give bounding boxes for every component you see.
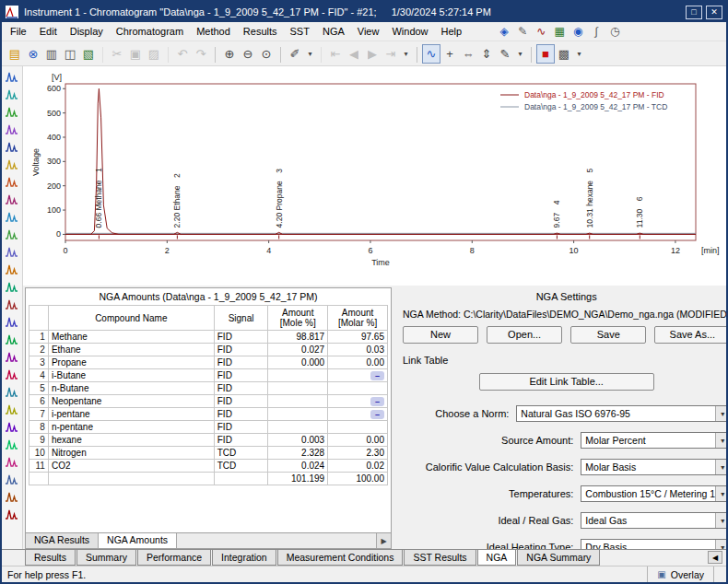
signal-overlay-icon[interactable]: ∿ bbox=[533, 24, 549, 40]
tab-scroll-left-icon[interactable]: ◀ bbox=[708, 551, 722, 564]
table-row[interactable]: 10 Nitrogen TCD 2.328 2.30 bbox=[29, 447, 388, 460]
amount-mole-cell[interactable]: 98.817 bbox=[268, 331, 328, 344]
amount-molar-cell[interactable]: 0.00 bbox=[328, 356, 388, 369]
norm-select[interactable]: Natural Gas ISO 6976-95 ▾ bbox=[516, 405, 728, 422]
open-button[interactable]: Open... bbox=[487, 326, 562, 344]
time-icon[interactable]: ◷ bbox=[606, 24, 623, 40]
temperatures-select[interactable]: Combustion 15°C / Metering 15°C ▾ bbox=[581, 485, 728, 502]
table-row[interactable]: 8 n-pentane FID bbox=[29, 421, 388, 434]
amount-molar-cell[interactable]: – bbox=[328, 369, 388, 382]
menu-item[interactable]: Method bbox=[190, 23, 237, 40]
copy-icon[interactable]: ▣ bbox=[126, 44, 145, 64]
active-signal-icon[interactable]: ∿ bbox=[422, 44, 440, 64]
chromatogram-icon[interactable] bbox=[4, 86, 20, 102]
crosshair-icon[interactable]: + bbox=[440, 44, 459, 64]
grid-dropdown-icon[interactable]: ▾ bbox=[514, 44, 526, 64]
result-tab[interactable]: NGA Summary bbox=[517, 550, 600, 566]
amount-molar-cell[interactable]: 2.30 bbox=[328, 447, 388, 460]
signal-cell[interactable]: FID bbox=[214, 434, 268, 447]
signal-cell[interactable]: FID bbox=[214, 421, 268, 434]
result-tab[interactable]: Summary bbox=[76, 550, 136, 566]
integral-icon[interactable]: ∫ bbox=[588, 24, 605, 40]
signal-cell[interactable]: FID bbox=[214, 331, 268, 344]
compound-name-cell[interactable]: n-pentane bbox=[48, 421, 214, 434]
open-chromatogram-icon[interactable]: ▤ bbox=[6, 44, 24, 64]
table-row[interactable]: 6 Neopentane FID – bbox=[29, 395, 388, 408]
amount-mole-cell[interactable]: 0.024 bbox=[268, 460, 328, 473]
chromatogram-icon[interactable] bbox=[4, 313, 20, 330]
close-chromatogram-icon[interactable]: ⊗ bbox=[24, 44, 42, 64]
cut-icon[interactable]: ✂ bbox=[108, 44, 126, 64]
chromatogram-icon[interactable] bbox=[4, 331, 20, 347]
tools-dropdown-icon[interactable]: ▾ bbox=[304, 44, 316, 64]
amount-mole-cell[interactable] bbox=[268, 382, 328, 395]
amount-molar-cell[interactable]: 97.65 bbox=[328, 331, 388, 344]
signal-cell[interactable]: FID bbox=[214, 344, 268, 356]
new-button[interactable]: New bbox=[403, 326, 478, 344]
table-row[interactable]: 3 Propane FID 0.000 0.00 bbox=[29, 356, 388, 369]
menu-item[interactable]: Display bbox=[64, 23, 110, 40]
print-icon[interactable]: ▥ bbox=[42, 44, 61, 64]
column-header[interactable]: Amount [Molar %] bbox=[328, 306, 388, 331]
chromatogram-icon[interactable] bbox=[4, 156, 20, 172]
chromatogram-icon[interactable] bbox=[4, 208, 20, 225]
column-header[interactable]: Amount [Mole %] bbox=[268, 306, 328, 331]
column-header[interactable]: Compound Name bbox=[48, 306, 214, 331]
close-button[interactable]: ✕ bbox=[706, 6, 722, 19]
amount-mole-cell[interactable]: 0.027 bbox=[268, 344, 328, 356]
save-button[interactable]: Save bbox=[570, 326, 646, 344]
chevron-down-icon[interactable]: ▾ bbox=[715, 433, 728, 448]
signal-cell[interactable]: TCD bbox=[214, 460, 268, 473]
row-number-cell[interactable]: 8 bbox=[29, 421, 49, 434]
result-tab[interactable]: Performance bbox=[137, 550, 211, 566]
chromatogram-icon[interactable] bbox=[4, 278, 20, 295]
row-number-cell[interactable]: 2 bbox=[29, 344, 49, 356]
compound-name-cell[interactable]: i-Butane bbox=[48, 369, 214, 382]
export-icon[interactable]: ▧ bbox=[79, 44, 98, 64]
signal-cell[interactable]: FID bbox=[214, 408, 268, 421]
result-tab[interactable]: NGA bbox=[477, 550, 517, 566]
row-number-cell[interactable]: 4 bbox=[29, 369, 49, 382]
menu-item[interactable]: SST bbox=[284, 23, 316, 40]
info-icon[interactable]: ◉ bbox=[569, 24, 586, 40]
menu-item[interactable]: File bbox=[4, 23, 33, 40]
compound-name-cell[interactable]: Neopentane bbox=[48, 395, 214, 408]
amount-molar-cell[interactable]: – bbox=[328, 395, 388, 408]
compound-name-cell[interactable]: hexane bbox=[48, 434, 214, 447]
amount-mole-cell[interactable]: 0.000 bbox=[268, 356, 328, 369]
amount-mole-cell[interactable] bbox=[268, 421, 328, 434]
nga-table-tab[interactable]: NGA Amounts bbox=[99, 533, 177, 548]
cursor-info-icon[interactable]: ◈ bbox=[496, 24, 512, 40]
table-row[interactable]: 2 Ethane FID 0.027 0.03 bbox=[29, 344, 388, 356]
chromatogram-icon[interactable] bbox=[4, 103, 20, 120]
row-number-cell[interactable]: 11 bbox=[29, 460, 49, 473]
amount-molar-cell[interactable] bbox=[328, 382, 388, 395]
column-header[interactable]: Signal bbox=[214, 306, 268, 331]
chromatogram-icon[interactable] bbox=[4, 436, 20, 452]
table-row[interactable]: 9 hexane FID 0.003 0.00 bbox=[29, 434, 388, 447]
result-tab[interactable]: Results bbox=[25, 550, 76, 566]
chromatogram-icon[interactable] bbox=[4, 191, 20, 207]
calorific-basis-select[interactable]: Molar Basis ▾ bbox=[581, 459, 728, 475]
last-chromatogram-icon[interactable]: ⇥ bbox=[382, 44, 400, 64]
chromatogram-icon[interactable] bbox=[4, 453, 20, 470]
chevron-down-icon[interactable]: ▾ bbox=[715, 513, 728, 528]
signal-cell[interactable]: FID bbox=[214, 356, 268, 369]
menu-item[interactable]: View bbox=[351, 23, 386, 40]
tab-scroll-right-icon[interactable]: ▶ bbox=[376, 533, 391, 548]
move-icon[interactable]: ⇔ bbox=[459, 44, 477, 64]
scale-axes-icon[interactable]: ⇕ bbox=[477, 44, 496, 64]
chromatogram-icon[interactable] bbox=[4, 366, 20, 382]
chromatogram-icon[interactable] bbox=[4, 261, 20, 277]
amount-molar-cell[interactable]: – bbox=[328, 408, 388, 421]
ideal-real-gas-select[interactable]: Ideal Gas ▾ bbox=[581, 512, 728, 529]
row-number-cell[interactable]: 5 bbox=[29, 382, 49, 395]
result-tab[interactable]: Integration bbox=[212, 550, 276, 566]
overlay-status[interactable]: ▣ Overlay bbox=[647, 566, 713, 582]
nav-dropdown-icon[interactable]: ▾ bbox=[400, 44, 412, 64]
redo-icon[interactable]: ↷ bbox=[192, 44, 210, 64]
row-number-cell[interactable]: 3 bbox=[29, 356, 49, 369]
table-row[interactable]: 4 i-Butane FID – bbox=[29, 369, 388, 382]
table-row[interactable]: 1 Methane FID 98.817 97.65 bbox=[29, 331, 388, 344]
row-number-cell[interactable]: 10 bbox=[29, 447, 49, 460]
